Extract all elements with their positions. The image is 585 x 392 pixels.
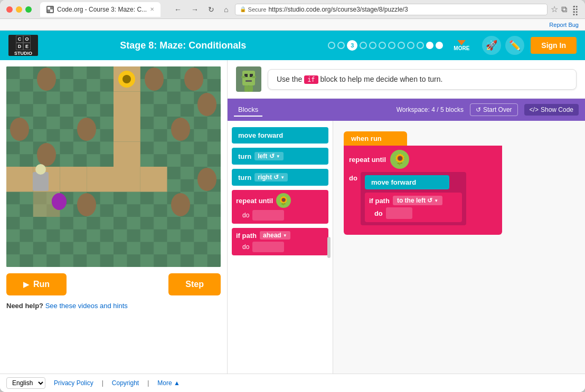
rocket-icon-button[interactable]: 🚀 bbox=[482, 36, 501, 55]
language-selector[interactable]: English bbox=[6, 377, 45, 389]
svg-point-28 bbox=[77, 193, 96, 216]
tab-close-button[interactable]: ✕ bbox=[150, 6, 154, 12]
more-link[interactable]: More ▲ bbox=[157, 379, 180, 387]
when-run-block[interactable]: when run bbox=[344, 131, 407, 146]
report-bug-link[interactable]: Report Bug bbox=[549, 22, 579, 28]
copyright-link[interactable]: Copyright bbox=[112, 379, 139, 387]
bookmark-button[interactable]: ☆ bbox=[551, 4, 558, 14]
dot-6[interactable] bbox=[379, 42, 386, 49]
privacy-policy-link[interactable]: Privacy Policy bbox=[54, 379, 93, 387]
minimize-light[interactable] bbox=[16, 6, 22, 13]
game-controls: ▶ Run Step bbox=[6, 273, 221, 295]
turn-left-label: turn bbox=[238, 152, 251, 160]
more-triangle-icon bbox=[457, 40, 466, 45]
to-the-left-dropdown[interactable]: to the left ↺ ▼ bbox=[393, 196, 442, 205]
dot-10[interactable] bbox=[417, 42, 424, 49]
logo-o: O bbox=[23, 35, 31, 43]
show-code-label: Show Code bbox=[541, 106, 573, 113]
help-link[interactable]: See these videos and hints bbox=[45, 302, 128, 310]
more-button[interactable]: MORE bbox=[454, 40, 469, 51]
tab-title: Code.org - Course 3: Maze: C... bbox=[57, 6, 147, 13]
dot-12[interactable] bbox=[436, 42, 443, 49]
pencil-icon-button[interactable]: ✏️ bbox=[505, 36, 524, 55]
logo-d: D bbox=[16, 43, 23, 50]
blocks-tab[interactable]: Blocks bbox=[234, 103, 262, 117]
if-path-dropdown[interactable]: ahead ▼ bbox=[260, 231, 290, 240]
close-light[interactable] bbox=[6, 6, 13, 13]
dot-7[interactable] bbox=[388, 42, 395, 49]
if-path-ws-block[interactable]: if path to the left ↺ ▼ bbox=[365, 193, 462, 222]
main-area: ▶ Run Step Need help? See these videos a… bbox=[0, 60, 585, 374]
code-icon: </> bbox=[530, 106, 539, 113]
svg-rect-15 bbox=[60, 167, 87, 192]
instruction-text-before: Use the bbox=[277, 75, 302, 83]
do-slot-1 bbox=[252, 210, 284, 221]
signin-button[interactable]: Sign In bbox=[531, 37, 577, 54]
svg-rect-43 bbox=[249, 85, 253, 92]
dot-1[interactable] bbox=[328, 42, 335, 49]
repeat-until-bottom bbox=[344, 230, 502, 235]
app-header: C O D E STUDIO Stage 8: Maze: Conditiona… bbox=[0, 31, 585, 60]
svg-point-24 bbox=[77, 118, 96, 141]
dot-11[interactable] bbox=[426, 42, 433, 49]
repeat-until-ws-block[interactable]: repeat until 🌻 do bbox=[344, 146, 502, 230]
fullscreen-light[interactable] bbox=[25, 6, 32, 13]
to-the-left-arrow-icon: ▼ bbox=[434, 198, 438, 203]
tab-favicon bbox=[46, 6, 54, 13]
need-help-text: Need help? bbox=[6, 302, 43, 310]
repeat-until-block[interactable]: repeat until 🌻 do bbox=[232, 190, 328, 224]
footer-divider-1: | bbox=[102, 379, 103, 387]
zombie-avatar bbox=[236, 66, 261, 92]
repeat-until-ws-label: repeat until bbox=[349, 156, 386, 164]
logo-e: E bbox=[23, 43, 31, 50]
move-forward-ws-block[interactable]: move forward bbox=[365, 175, 449, 189]
browser-titlebar: Code.org - Course 3: Maze: C... ✕ ⣿ ← → … bbox=[0, 0, 585, 19]
sunflower-icon-1: 🌻 bbox=[276, 193, 291, 208]
workspace-info: Workspace: 4 / 5 blocks bbox=[397, 106, 464, 113]
play-icon: ▶ bbox=[23, 280, 29, 289]
forward-button[interactable]: → bbox=[188, 4, 202, 15]
svg-rect-40 bbox=[241, 76, 246, 78]
do-inner-block: move forward if path to t bbox=[361, 172, 466, 225]
show-code-button[interactable]: </> Show Code bbox=[524, 104, 579, 116]
do-slot-2 bbox=[252, 242, 284, 252]
turn-right-dropdown[interactable]: right ↺ ▼ bbox=[254, 173, 288, 181]
move-forward-label: move forward bbox=[238, 131, 283, 139]
back-button[interactable]: ← bbox=[171, 4, 185, 15]
svg-point-27 bbox=[197, 168, 216, 191]
dot-4[interactable] bbox=[360, 42, 367, 49]
when-run-label: when run bbox=[351, 135, 382, 142]
address-box[interactable]: 🔒 Secure https://studio.code.org/s/cours… bbox=[235, 4, 548, 15]
turn-left-block[interactable]: turn left ↺ ▼ bbox=[232, 148, 328, 165]
dot-2[interactable] bbox=[337, 42, 345, 49]
game-grid-svg bbox=[6, 66, 221, 267]
turn-right-label: turn bbox=[238, 174, 251, 181]
svg-rect-1 bbox=[50, 9, 53, 12]
if-path-dropdown-label: ahead bbox=[263, 232, 281, 239]
svg-rect-12 bbox=[114, 167, 140, 192]
scroll-indicator bbox=[327, 237, 331, 258]
turn-left-dropdown[interactable]: left ↺ ▼ bbox=[254, 152, 283, 160]
dot-current[interactable]: 3 bbox=[347, 40, 357, 51]
browser-tab[interactable]: Code.org - Course 3: Maze: C... ✕ bbox=[40, 2, 161, 17]
move-forward-block[interactable]: move forward bbox=[232, 127, 328, 144]
code-studio-logo[interactable]: C O D E STUDIO bbox=[8, 35, 38, 56]
dot-8[interactable] bbox=[398, 42, 405, 49]
refresh-button[interactable]: ↻ bbox=[205, 4, 218, 15]
traffic-lights bbox=[6, 6, 32, 13]
address-url: https://studio.code.org/s/course3/stage/… bbox=[268, 6, 408, 13]
turn-right-block[interactable]: turn right ↺ ▼ bbox=[232, 169, 328, 186]
dot-5[interactable] bbox=[369, 42, 376, 49]
step-button[interactable]: Step bbox=[168, 273, 221, 295]
extensions-button[interactable]: ⧉ bbox=[561, 5, 567, 14]
workspace-canvas[interactable]: when run repeat until 🌻 bbox=[333, 121, 585, 374]
dot-9[interactable] bbox=[407, 42, 414, 49]
start-over-button[interactable]: ↺ Start Over bbox=[470, 103, 518, 116]
svg-point-31 bbox=[122, 75, 131, 83]
blocks-panel: move forward turn left ↺ ▼ bbox=[228, 121, 333, 374]
home-button[interactable]: ⌂ bbox=[221, 4, 231, 15]
svg-rect-17 bbox=[140, 167, 167, 192]
run-button[interactable]: ▶ Run bbox=[6, 273, 67, 295]
svg-point-25 bbox=[171, 118, 190, 141]
if-path-block[interactable]: if path ahead ▼ do bbox=[232, 228, 328, 255]
